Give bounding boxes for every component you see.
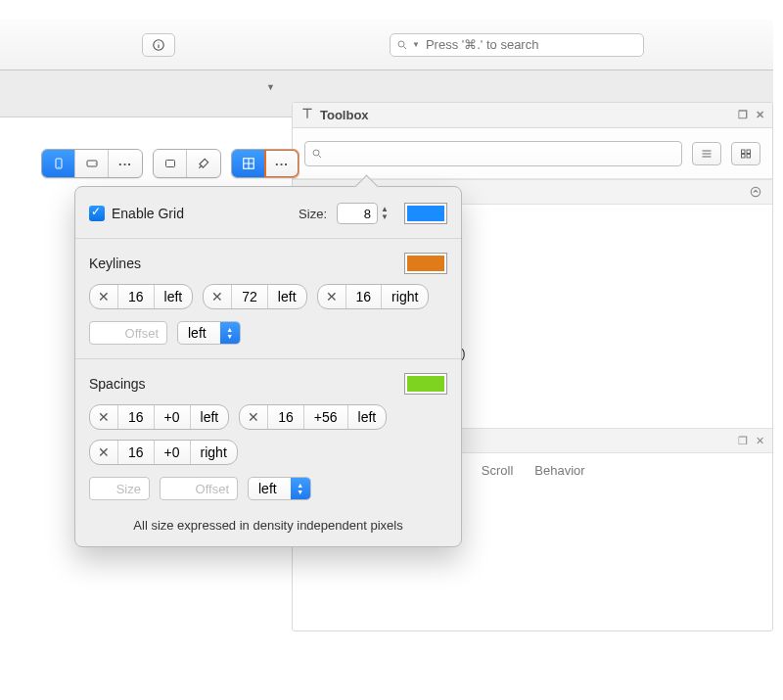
grid-options-popover: Enable Grid Size: ▲▼ Keylines ✕ 16 left … — [74, 186, 462, 547]
spacing-side-select[interactable]: left ▲▼ — [248, 477, 311, 500]
svg-point-14 — [751, 187, 760, 196]
keyline-side-select[interactable]: left ▲▼ — [177, 321, 241, 345]
remove-icon[interactable]: ✕ — [240, 405, 268, 429]
global-search[interactable]: ▼ — [390, 33, 644, 57]
svg-rect-11 — [747, 150, 751, 154]
keylines-list: ✕ 16 left ✕ 72 left ✕ 16 right — [89, 284, 447, 309]
select-arrows-icon: ▲▼ — [220, 322, 240, 344]
spacings-list: ✕ 16 +0 left ✕ 16 +56 left ✕ 16 +0 right — [89, 404, 447, 465]
device-group: ··· — [41, 149, 143, 178]
spacing-offset[interactable]: +0 — [155, 441, 191, 464]
svg-line-4 — [404, 46, 407, 49]
spacing-size-input[interactable]: Size — [89, 477, 150, 500]
close-icon[interactable]: ✕ — [756, 429, 764, 452]
device-toolbar: ··· ··· — [41, 149, 299, 178]
brush-icon[interactable] — [187, 150, 220, 177]
window-titlebar: ▼ — [0, 20, 773, 70]
global-search-input[interactable] — [426, 37, 637, 52]
list-item: ontal) — [434, 342, 759, 365]
spacings-title: Spacings — [89, 376, 146, 392]
grid-size-input[interactable] — [337, 203, 378, 224]
spacings-color-swatch[interactable] — [404, 373, 447, 395]
view-list-button[interactable] — [692, 142, 721, 165]
svg-rect-12 — [742, 154, 746, 158]
select-value: left — [249, 478, 291, 499]
toolbox-filter-row — [293, 128, 772, 179]
keyline-value[interactable]: 72 — [232, 285, 268, 308]
remove-icon[interactable]: ✕ — [90, 441, 118, 464]
device-overflow-icon[interactable]: ··· — [109, 150, 142, 177]
close-icon[interactable]: ✕ — [756, 109, 764, 121]
chevron-down-icon: ▼ — [412, 40, 420, 49]
toolbox-header: Toolbox ❐ ✕ — [293, 103, 772, 128]
keyline-value[interactable]: 16 — [346, 285, 383, 308]
keylines-color-swatch[interactable] — [404, 253, 447, 274]
select-value: left — [178, 322, 220, 344]
keyline-side[interactable]: left — [268, 285, 306, 308]
view-grid-button[interactable] — [731, 142, 760, 165]
enable-grid-checkbox[interactable]: Enable Grid — [89, 206, 184, 221]
toolbox-icon — [300, 107, 314, 123]
grid-group: ··· — [231, 149, 299, 178]
enable-grid-label: Enable Grid — [112, 206, 184, 221]
svg-point-16 — [58, 166, 59, 167]
spacing-side[interactable]: left — [348, 405, 387, 429]
svg-line-6 — [319, 155, 322, 158]
spacing-offset-input[interactable]: Offset — [160, 477, 238, 500]
dropdown-triangle-icon[interactable]: ▼ — [266, 82, 275, 92]
svg-point-18 — [95, 163, 96, 164]
grid-color-swatch[interactable] — [404, 203, 447, 224]
svg-rect-10 — [742, 150, 746, 154]
keyline-value[interactable]: 16 — [118, 285, 155, 308]
list-item: e) — [434, 365, 759, 389]
maximize-icon[interactable]: ❐ — [738, 109, 748, 121]
search-icon — [396, 39, 408, 51]
grid-options-button[interactable]: ··· — [265, 150, 299, 177]
remove-icon[interactable]: ✕ — [318, 285, 346, 308]
keyline-side[interactable]: right — [382, 285, 428, 308]
spacing-side[interactable]: right — [191, 441, 237, 464]
size-stepper[interactable]: ▲▼ — [381, 206, 394, 221]
spacing-value[interactable]: 16 — [118, 441, 155, 464]
toolbox-title: Toolbox — [320, 108, 369, 122]
popover-footnote: All size expressed in density independen… — [89, 518, 447, 533]
spacing-side[interactable]: left — [191, 405, 229, 429]
svg-rect-13 — [747, 154, 751, 158]
frame-icon[interactable] — [154, 150, 187, 177]
keyline-chip[interactable]: ✕ 72 left — [203, 284, 306, 309]
tab-scroll[interactable]: Scroll — [482, 459, 514, 483]
keyline-offset-input[interactable]: Offset — [89, 321, 167, 345]
svg-point-2 — [159, 41, 160, 42]
remove-icon[interactable]: ✕ — [90, 405, 118, 429]
spacing-offset[interactable]: +56 — [304, 405, 348, 429]
select-arrows-icon: ▲▼ — [291, 478, 310, 499]
spacing-offset[interactable]: +0 — [155, 405, 191, 429]
keyline-chip[interactable]: ✕ 16 left — [89, 284, 193, 309]
grid-icon[interactable] — [232, 150, 265, 177]
spacing-value[interactable]: 16 — [268, 405, 304, 429]
svg-rect-19 — [165, 161, 174, 167]
remove-icon[interactable]: ✕ — [204, 285, 232, 308]
spacing-chip[interactable]: ✕ 16 +0 right — [89, 440, 238, 465]
spacing-chip[interactable]: ✕ 16 +0 left — [89, 404, 229, 430]
toolbox-search[interactable] — [304, 141, 682, 166]
remove-icon[interactable]: ✕ — [90, 285, 118, 308]
svg-point-3 — [398, 41, 404, 47]
device-landscape-icon[interactable] — [75, 150, 109, 177]
spacing-value[interactable]: 16 — [118, 405, 155, 429]
paint-group — [153, 149, 221, 178]
maximize-icon[interactable]: ❐ — [738, 429, 748, 452]
keyline-side[interactable]: left — [155, 285, 193, 308]
info-button[interactable] — [142, 33, 175, 57]
spacing-chip[interactable]: ✕ 16 +56 left — [239, 404, 387, 430]
svg-point-5 — [313, 150, 319, 156]
tab-behavior[interactable]: Behavior — [534, 459, 584, 483]
size-label: Size: — [299, 207, 327, 221]
keyline-chip[interactable]: ✕ 16 right — [317, 284, 430, 309]
device-portrait-icon[interactable] — [42, 150, 75, 177]
keylines-title: Keylines — [89, 256, 141, 271]
